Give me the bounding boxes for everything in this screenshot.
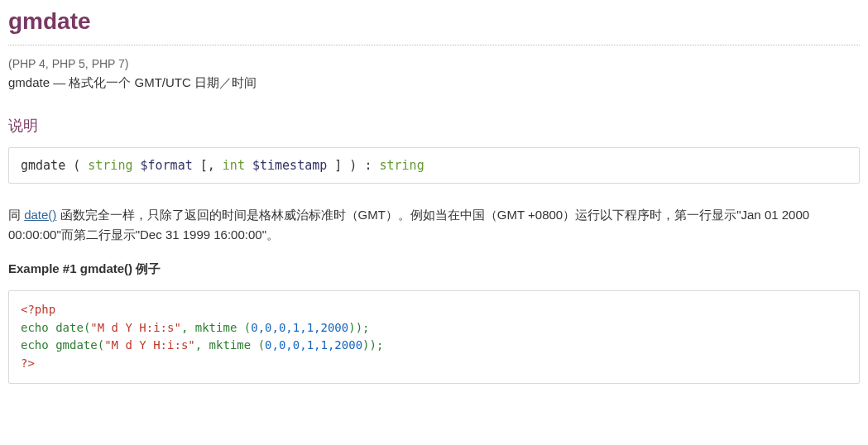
code-l2-comma: , (195, 338, 209, 352)
synopsis-fn-name: gmdate (21, 158, 65, 173)
code-l1-comma: , (181, 321, 195, 334)
synopsis-close: ] ) : (327, 158, 379, 173)
synopsis-p2-name: $timestamp (252, 158, 327, 173)
synopsis-mid: [, (193, 158, 223, 173)
function-synopsis: gmdate ( string $format [, int $timestam… (8, 147, 860, 184)
para-rest: 函数完全一样，只除了返回的时间是格林威治标准时（GMT）。例如当在中国（GMT … (8, 208, 809, 242)
code-l1-close: )); (348, 321, 369, 334)
example-title: Example #1 gmdate() 例子 (8, 261, 860, 277)
php-open-tag: <?php (21, 303, 55, 316)
code-l2-op2: ( (258, 338, 265, 352)
code-l2-args: 0,0,0,1,1,2000 (265, 338, 362, 352)
synopsis-return-type: string (380, 158, 424, 173)
code-l2-close: )); (362, 338, 383, 352)
date-function-link[interactable]: date() (24, 208, 56, 222)
para-prefix: 同 (8, 208, 24, 222)
synopsis-p1-name: $format (141, 158, 193, 173)
code-l1-op2: ( (244, 321, 251, 334)
code-l1-fn: date (55, 321, 84, 334)
synopsis-p2-type: int (223, 158, 245, 173)
code-l2-str: "M d Y H:i:s" (104, 338, 195, 352)
code-l1-args: 0,0,0,1,1,2000 (251, 321, 348, 334)
code-l2-fn2: mktime (209, 338, 258, 352)
code-l1-echo: echo (21, 321, 55, 334)
code-example: <?php echo date("M d Y H:i:s", mktime (0… (8, 290, 860, 384)
section-description-heading: 说明 (8, 116, 860, 136)
php-close-tag: ?> (21, 356, 35, 370)
code-l2-fn: gmdate (55, 338, 98, 352)
synopsis-open: ( (65, 158, 88, 173)
description-paragraph: 同 date() 函数完全一样，只除了返回的时间是格林威治标准时（GMT）。例如… (8, 205, 860, 245)
code-l2-op: ( (98, 338, 104, 352)
php-versions: (PHP 4, PHP 5, PHP 7) (8, 57, 860, 70)
page-title: gmdate (8, 8, 860, 45)
code-l1-str: "M d Y H:i:s" (90, 321, 181, 334)
function-purpose: gmdate — 格式化一个 GMT/UTC 日期／时间 (8, 75, 860, 91)
code-l1-fn2: mktime (195, 321, 244, 334)
synopsis-p1-type: string (88, 158, 132, 173)
code-l2-echo: echo (21, 338, 55, 352)
